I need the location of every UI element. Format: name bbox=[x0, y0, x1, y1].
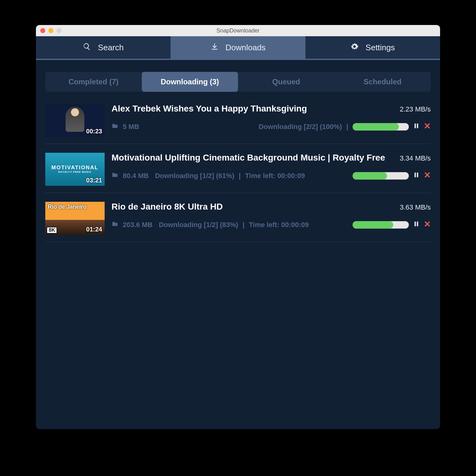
video-duration: 01:24 bbox=[86, 226, 102, 233]
progress-fill bbox=[353, 172, 387, 180]
download-status: Downloading [1/2] (61%) bbox=[155, 172, 234, 180]
video-duration: 00:23 bbox=[86, 128, 102, 135]
titlebar: SnapDownloader bbox=[36, 25, 440, 36]
thumb-text: MOTIVATIONAL bbox=[52, 165, 99, 171]
nav-search[interactable]: Search bbox=[36, 36, 171, 59]
progress-fill bbox=[353, 123, 399, 131]
video-duration: 03:21 bbox=[86, 177, 102, 184]
progress-fill bbox=[353, 221, 393, 229]
progress-bar bbox=[353, 172, 409, 180]
nav-downloads-label: Downloads bbox=[226, 43, 266, 52]
tab-scheduled[interactable]: Scheduled bbox=[335, 72, 431, 92]
cancel-button[interactable] bbox=[424, 221, 431, 229]
row-body: Motivational Uplifting Cinematic Backgro… bbox=[112, 153, 431, 180]
download-row: 00:23 Alex Trebek Wishes You a Happy Tha… bbox=[45, 95, 431, 144]
folder-icon[interactable] bbox=[112, 221, 118, 229]
download-icon bbox=[211, 42, 219, 53]
thumb-text: Rio de Janeiro bbox=[48, 204, 87, 210]
download-speed: 3.63 MB/s bbox=[400, 203, 431, 211]
file-size: 80.4 MB bbox=[123, 172, 149, 180]
row-body: Rio de Janeiro 8K Ultra HD 3.63 MB/s 203… bbox=[112, 202, 431, 229]
progress-bar bbox=[353, 123, 409, 131]
download-row: MOTIVATIONALROYALTY FREE MUSIC 03:21 Mot… bbox=[45, 144, 431, 193]
video-thumbnail[interactable]: 00:23 bbox=[45, 104, 105, 137]
download-status: Downloading [1/2] (83%) bbox=[159, 221, 238, 229]
nav-search-label: Search bbox=[98, 43, 123, 52]
gear-icon bbox=[350, 42, 359, 53]
nav-downloads[interactable]: Downloads bbox=[171, 36, 305, 59]
thumb-subtext: ROYALTY FREE MUSIC bbox=[52, 171, 99, 174]
separator: | bbox=[346, 123, 348, 131]
top-nav: Search Downloads Settings bbox=[36, 36, 440, 60]
video-thumbnail[interactable]: MOTIVATIONALROYALTY FREE MUSIC 03:21 bbox=[45, 153, 105, 186]
video-title: Rio de Janeiro 8K Ultra HD bbox=[112, 202, 394, 212]
pause-button[interactable] bbox=[413, 122, 419, 131]
file-size: 203.6 MB bbox=[123, 221, 152, 229]
time-left: Time left: 00:00:09 bbox=[245, 172, 305, 180]
separator: | bbox=[239, 172, 240, 180]
sub-tabs: Completed (7) Downloading (3) Queued Sch… bbox=[45, 72, 431, 92]
download-speed: 3.34 MB/s bbox=[400, 154, 431, 162]
nav-settings-label: Settings bbox=[365, 43, 395, 52]
nav-settings[interactable]: Settings bbox=[305, 36, 440, 59]
search-icon bbox=[83, 42, 91, 53]
folder-icon[interactable] bbox=[112, 171, 118, 180]
folder-icon[interactable] bbox=[112, 122, 118, 131]
cancel-button[interactable] bbox=[424, 122, 431, 131]
app-window: SnapDownloader Search Downloads Settings… bbox=[36, 25, 440, 429]
download-list: 00:23 Alex Trebek Wishes You a Happy Tha… bbox=[45, 95, 431, 242]
window-title: SnapDownloader bbox=[36, 27, 440, 34]
progress-bar bbox=[353, 221, 409, 229]
row-body: Alex Trebek Wishes You a Happy Thanksgiv… bbox=[112, 104, 431, 131]
video-thumbnail[interactable]: Rio de Janeiro 8K 01:24 bbox=[45, 202, 105, 235]
file-size: 5 MB bbox=[123, 123, 139, 131]
tab-downloading[interactable]: Downloading (3) bbox=[142, 72, 238, 92]
tab-completed[interactable]: Completed (7) bbox=[45, 72, 142, 92]
tab-queued[interactable]: Queued bbox=[238, 72, 335, 92]
time-left: Time left: 00:00:09 bbox=[249, 221, 309, 229]
separator: | bbox=[243, 221, 245, 229]
thumb-badge: 8K bbox=[47, 227, 57, 234]
pause-button[interactable] bbox=[413, 171, 419, 180]
cancel-button[interactable] bbox=[424, 171, 431, 180]
video-title: Alex Trebek Wishes You a Happy Thanksgiv… bbox=[112, 104, 394, 114]
video-title: Motivational Uplifting Cinematic Backgro… bbox=[112, 153, 394, 163]
download-status: Downloading [2/2] (100%) bbox=[259, 123, 342, 131]
download-row: Rio de Janeiro 8K 01:24 Rio de Janeiro 8… bbox=[45, 193, 431, 242]
download-speed: 2.23 MB/s bbox=[400, 105, 431, 113]
pause-button[interactable] bbox=[413, 221, 419, 229]
